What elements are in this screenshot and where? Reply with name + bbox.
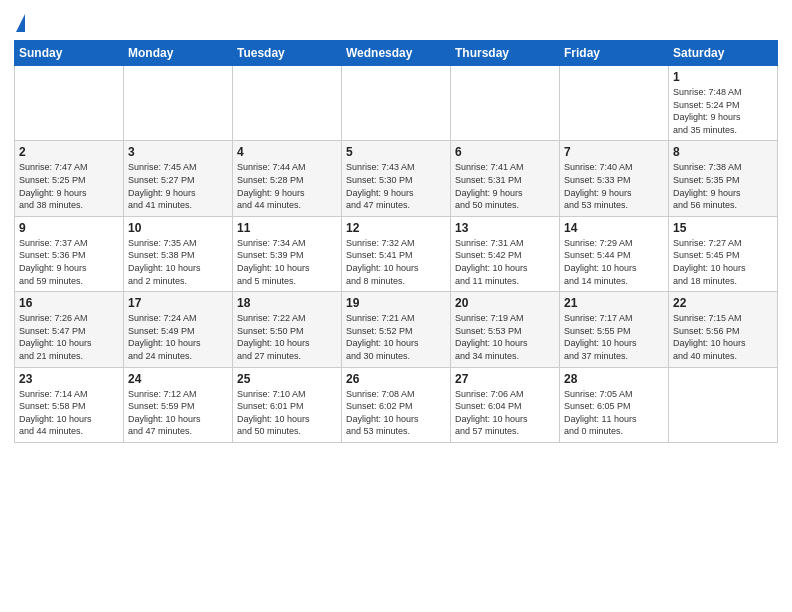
day-info: Sunrise: 7:38 AM Sunset: 5:35 PM Dayligh… (673, 161, 773, 211)
day-number: 7 (564, 145, 664, 159)
weekday-header-wednesday: Wednesday (342, 41, 451, 66)
calendar-day-8: 8Sunrise: 7:38 AM Sunset: 5:35 PM Daylig… (669, 141, 778, 216)
logo-triangle-icon (16, 14, 25, 32)
day-number: 18 (237, 296, 337, 310)
day-info: Sunrise: 7:40 AM Sunset: 5:33 PM Dayligh… (564, 161, 664, 211)
day-number: 11 (237, 221, 337, 235)
day-info: Sunrise: 7:35 AM Sunset: 5:38 PM Dayligh… (128, 237, 228, 287)
day-info: Sunrise: 7:24 AM Sunset: 5:49 PM Dayligh… (128, 312, 228, 362)
calendar-day-26: 26Sunrise: 7:08 AM Sunset: 6:02 PM Dayli… (342, 367, 451, 442)
day-info: Sunrise: 7:15 AM Sunset: 5:56 PM Dayligh… (673, 312, 773, 362)
day-number: 10 (128, 221, 228, 235)
day-number: 17 (128, 296, 228, 310)
calendar-day-19: 19Sunrise: 7:21 AM Sunset: 5:52 PM Dayli… (342, 292, 451, 367)
day-number: 8 (673, 145, 773, 159)
day-number: 13 (455, 221, 555, 235)
calendar-week-row: 1Sunrise: 7:48 AM Sunset: 5:24 PM Daylig… (15, 66, 778, 141)
calendar-day-16: 16Sunrise: 7:26 AM Sunset: 5:47 PM Dayli… (15, 292, 124, 367)
day-info: Sunrise: 7:17 AM Sunset: 5:55 PM Dayligh… (564, 312, 664, 362)
calendar-table: SundayMondayTuesdayWednesdayThursdayFrid… (14, 40, 778, 443)
calendar-empty-cell (233, 66, 342, 141)
day-info: Sunrise: 7:26 AM Sunset: 5:47 PM Dayligh… (19, 312, 119, 362)
calendar-empty-cell (124, 66, 233, 141)
day-info: Sunrise: 7:21 AM Sunset: 5:52 PM Dayligh… (346, 312, 446, 362)
day-info: Sunrise: 7:48 AM Sunset: 5:24 PM Dayligh… (673, 86, 773, 136)
calendar-day-5: 5Sunrise: 7:43 AM Sunset: 5:30 PM Daylig… (342, 141, 451, 216)
calendar-day-11: 11Sunrise: 7:34 AM Sunset: 5:39 PM Dayli… (233, 216, 342, 291)
day-number: 27 (455, 372, 555, 386)
calendar-day-21: 21Sunrise: 7:17 AM Sunset: 5:55 PM Dayli… (560, 292, 669, 367)
logo (14, 14, 25, 34)
header (14, 10, 778, 34)
weekday-header-saturday: Saturday (669, 41, 778, 66)
day-number: 19 (346, 296, 446, 310)
calendar-day-9: 9Sunrise: 7:37 AM Sunset: 5:36 PM Daylig… (15, 216, 124, 291)
calendar-day-12: 12Sunrise: 7:32 AM Sunset: 5:41 PM Dayli… (342, 216, 451, 291)
day-number: 15 (673, 221, 773, 235)
weekday-header-sunday: Sunday (15, 41, 124, 66)
day-number: 23 (19, 372, 119, 386)
calendar-day-23: 23Sunrise: 7:14 AM Sunset: 5:58 PM Dayli… (15, 367, 124, 442)
calendar-week-row: 9Sunrise: 7:37 AM Sunset: 5:36 PM Daylig… (15, 216, 778, 291)
calendar-empty-cell (669, 367, 778, 442)
calendar-day-4: 4Sunrise: 7:44 AM Sunset: 5:28 PM Daylig… (233, 141, 342, 216)
day-number: 28 (564, 372, 664, 386)
calendar-day-10: 10Sunrise: 7:35 AM Sunset: 5:38 PM Dayli… (124, 216, 233, 291)
day-number: 14 (564, 221, 664, 235)
day-number: 21 (564, 296, 664, 310)
day-info: Sunrise: 7:34 AM Sunset: 5:39 PM Dayligh… (237, 237, 337, 287)
calendar-empty-cell (560, 66, 669, 141)
calendar-day-6: 6Sunrise: 7:41 AM Sunset: 5:31 PM Daylig… (451, 141, 560, 216)
calendar-day-17: 17Sunrise: 7:24 AM Sunset: 5:49 PM Dayli… (124, 292, 233, 367)
day-info: Sunrise: 7:41 AM Sunset: 5:31 PM Dayligh… (455, 161, 555, 211)
calendar-day-28: 28Sunrise: 7:05 AM Sunset: 6:05 PM Dayli… (560, 367, 669, 442)
calendar-week-row: 16Sunrise: 7:26 AM Sunset: 5:47 PM Dayli… (15, 292, 778, 367)
weekday-header-friday: Friday (560, 41, 669, 66)
day-info: Sunrise: 7:14 AM Sunset: 5:58 PM Dayligh… (19, 388, 119, 438)
day-info: Sunrise: 7:43 AM Sunset: 5:30 PM Dayligh… (346, 161, 446, 211)
calendar-week-row: 2Sunrise: 7:47 AM Sunset: 5:25 PM Daylig… (15, 141, 778, 216)
day-number: 24 (128, 372, 228, 386)
calendar-day-25: 25Sunrise: 7:10 AM Sunset: 6:01 PM Dayli… (233, 367, 342, 442)
day-number: 12 (346, 221, 446, 235)
day-info: Sunrise: 7:45 AM Sunset: 5:27 PM Dayligh… (128, 161, 228, 211)
calendar-day-15: 15Sunrise: 7:27 AM Sunset: 5:45 PM Dayli… (669, 216, 778, 291)
calendar-day-20: 20Sunrise: 7:19 AM Sunset: 5:53 PM Dayli… (451, 292, 560, 367)
day-number: 25 (237, 372, 337, 386)
calendar-week-row: 23Sunrise: 7:14 AM Sunset: 5:58 PM Dayli… (15, 367, 778, 442)
calendar-day-1: 1Sunrise: 7:48 AM Sunset: 5:24 PM Daylig… (669, 66, 778, 141)
page: SundayMondayTuesdayWednesdayThursdayFrid… (0, 0, 792, 612)
day-info: Sunrise: 7:47 AM Sunset: 5:25 PM Dayligh… (19, 161, 119, 211)
day-number: 22 (673, 296, 773, 310)
day-info: Sunrise: 7:22 AM Sunset: 5:50 PM Dayligh… (237, 312, 337, 362)
calendar-day-22: 22Sunrise: 7:15 AM Sunset: 5:56 PM Dayli… (669, 292, 778, 367)
calendar-empty-cell (15, 66, 124, 141)
weekday-header-tuesday: Tuesday (233, 41, 342, 66)
weekday-header-thursday: Thursday (451, 41, 560, 66)
day-info: Sunrise: 7:08 AM Sunset: 6:02 PM Dayligh… (346, 388, 446, 438)
calendar-day-13: 13Sunrise: 7:31 AM Sunset: 5:42 PM Dayli… (451, 216, 560, 291)
day-number: 26 (346, 372, 446, 386)
day-info: Sunrise: 7:44 AM Sunset: 5:28 PM Dayligh… (237, 161, 337, 211)
calendar-day-7: 7Sunrise: 7:40 AM Sunset: 5:33 PM Daylig… (560, 141, 669, 216)
calendar-day-24: 24Sunrise: 7:12 AM Sunset: 5:59 PM Dayli… (124, 367, 233, 442)
logo-area (14, 10, 25, 34)
day-number: 20 (455, 296, 555, 310)
calendar-empty-cell (451, 66, 560, 141)
calendar-header-row: SundayMondayTuesdayWednesdayThursdayFrid… (15, 41, 778, 66)
day-info: Sunrise: 7:10 AM Sunset: 6:01 PM Dayligh… (237, 388, 337, 438)
day-info: Sunrise: 7:27 AM Sunset: 5:45 PM Dayligh… (673, 237, 773, 287)
day-number: 5 (346, 145, 446, 159)
day-number: 6 (455, 145, 555, 159)
day-info: Sunrise: 7:19 AM Sunset: 5:53 PM Dayligh… (455, 312, 555, 362)
day-info: Sunrise: 7:05 AM Sunset: 6:05 PM Dayligh… (564, 388, 664, 438)
calendar-day-14: 14Sunrise: 7:29 AM Sunset: 5:44 PM Dayli… (560, 216, 669, 291)
calendar-day-27: 27Sunrise: 7:06 AM Sunset: 6:04 PM Dayli… (451, 367, 560, 442)
day-number: 4 (237, 145, 337, 159)
day-info: Sunrise: 7:29 AM Sunset: 5:44 PM Dayligh… (564, 237, 664, 287)
day-info: Sunrise: 7:32 AM Sunset: 5:41 PM Dayligh… (346, 237, 446, 287)
calendar-day-2: 2Sunrise: 7:47 AM Sunset: 5:25 PM Daylig… (15, 141, 124, 216)
day-number: 1 (673, 70, 773, 84)
day-number: 9 (19, 221, 119, 235)
day-info: Sunrise: 7:12 AM Sunset: 5:59 PM Dayligh… (128, 388, 228, 438)
